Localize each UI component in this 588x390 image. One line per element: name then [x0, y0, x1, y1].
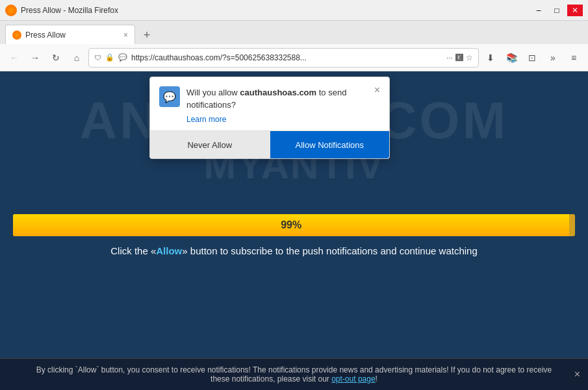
sidebar-button[interactable]: ⊡	[523, 49, 541, 67]
popup-prefix: Will you allow	[186, 88, 240, 97]
menu-button[interactable]: ≡	[565, 49, 583, 67]
bookmark-icon[interactable]: ☆	[466, 53, 473, 62]
window-controls: – □ ✕	[531, 5, 583, 16]
address-bar[interactable]: 🛡 🔒 💬 https://cauthaushoas.com/?s=500625…	[88, 48, 479, 67]
opt-out-link[interactable]: opt-out page	[331, 374, 375, 384]
firefox-icon	[5, 5, 17, 16]
reload-button[interactable]: ↻	[47, 49, 65, 67]
notice-close-button[interactable]: ×	[574, 369, 580, 380]
popup-title: Will you allow cauthaushoas.com to send …	[186, 88, 346, 110]
more-options-icon[interactable]: ···	[446, 53, 453, 62]
title-bar-left: Press Allow - Mozilla Firefox	[5, 5, 118, 16]
popup-chat-icon: 💬	[159, 86, 180, 107]
browser-tab[interactable]: Press Allow ×	[5, 25, 135, 44]
downloads-button[interactable]: ⬇	[481, 49, 500, 67]
back-button[interactable]: ←	[5, 49, 23, 67]
popup-message: Will you allow cauthaushoas.com to send …	[186, 86, 368, 111]
cta-before: Click the «	[110, 245, 156, 256]
notice-text: By clicking `Allow` button, you consent …	[36, 365, 552, 384]
tab-favicon-icon	[12, 30, 21, 40]
cta-allow-word: Allow	[156, 245, 182, 256]
page-content: ANTIVARE.COM MYANTIV 99% Click the «Allo…	[0, 71, 588, 390]
cta-after: » button to subscribe to the push notifi…	[182, 245, 477, 256]
popup-domain: cauthaushoas.com	[240, 88, 316, 97]
notification-icon: 💬	[118, 53, 127, 62]
address-bar-icons: ··· 🅺 ☆	[446, 53, 473, 62]
url-text: https://cauthaushoas.com/?s=500625638332…	[131, 53, 442, 62]
popup-buttons: Never Allow Allow Notifications	[150, 131, 389, 158]
extensions-button[interactable]: »	[544, 49, 562, 67]
navigation-bar: ← → ↻ ⌂ 🛡 🔒 💬 https://cauthaushoas.com/?…	[0, 44, 588, 71]
never-allow-button[interactable]: Never Allow	[150, 131, 270, 158]
notification-popup: 💬 Will you allow cauthaushoas.com to sen…	[149, 77, 390, 159]
library-button[interactable]: 📚	[502, 49, 520, 67]
nav-right-buttons: ⬇ 📚 ⊡ » ≡	[481, 49, 583, 67]
cta-text: Click the «Allow» button to subscribe to…	[0, 245, 588, 256]
tab-label: Press Allow	[25, 30, 120, 40]
forward-button[interactable]: →	[26, 49, 44, 67]
chat-icon: 💬	[163, 91, 176, 103]
pocket-icon[interactable]: 🅺	[455, 53, 463, 62]
minimize-button[interactable]: –	[531, 5, 546, 16]
notice-text-end: !	[376, 374, 377, 384]
popup-close-button[interactable]: ×	[374, 85, 380, 95]
allow-notifications-button[interactable]: Allow Notifications	[270, 131, 390, 158]
new-tab-button[interactable]: +	[138, 26, 156, 44]
lock-icon: 🔒	[105, 53, 114, 62]
browser-window: Press Allow - Mozilla Firefox – □ ✕ Pres…	[0, 0, 588, 390]
shield-icon: 🛡	[94, 54, 101, 62]
maximize-button[interactable]: □	[549, 5, 565, 16]
home-button[interactable]: ⌂	[68, 49, 86, 67]
progress-value: 99%	[281, 219, 301, 231]
window-title: Press Allow - Mozilla Firefox	[21, 6, 118, 15]
tab-bar: Press Allow × +	[0, 21, 588, 44]
bottom-notice: By clicking `Allow` button, you consent …	[0, 358, 588, 390]
title-bar: Press Allow - Mozilla Firefox – □ ✕	[0, 0, 588, 21]
close-button[interactable]: ✕	[567, 5, 583, 16]
learn-more-link[interactable]: Learn more	[150, 115, 389, 130]
progress-container: 99%	[13, 214, 575, 236]
progress-bar: 99%	[13, 214, 569, 236]
tab-close-button[interactable]: ×	[123, 30, 128, 40]
popup-header: 💬 Will you allow cauthaushoas.com to sen…	[150, 77, 389, 115]
